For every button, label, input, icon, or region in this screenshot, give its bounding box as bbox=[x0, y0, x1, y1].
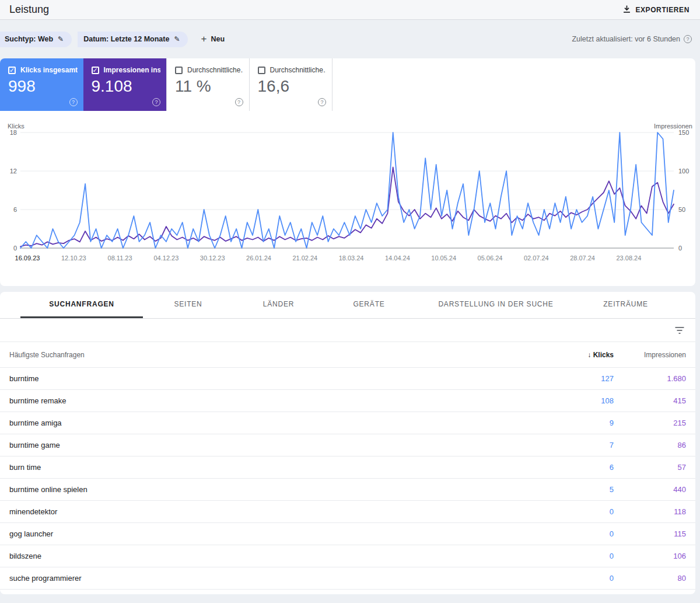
right-axis-title: Impressionen bbox=[654, 123, 692, 130]
query-cell: minendetektor bbox=[9, 507, 538, 516]
table-row[interactable]: burntime amiga9215 bbox=[0, 412, 695, 434]
query-cell: burntime bbox=[9, 374, 538, 383]
left-axis-tick: 18 bbox=[10, 129, 17, 136]
table-row[interactable]: suche programmierer080 bbox=[0, 567, 695, 590]
impressions-cell: 106 bbox=[614, 552, 686, 560]
x-axis-label: 28.07.24 bbox=[570, 255, 595, 262]
last-updated: Zuletzt aktualisiert: vor 6 Stunden ? bbox=[572, 35, 692, 43]
metric-label: Impressionen ins… bbox=[104, 66, 161, 74]
table-row[interactable]: gog launcher0115 bbox=[0, 523, 695, 545]
metric-cards: ✓Klicks insgesamt998?✓Impressionen ins…9… bbox=[0, 58, 695, 111]
tab-seiten[interactable]: SEITEN bbox=[143, 292, 233, 318]
clicks-cell: 6 bbox=[538, 463, 614, 472]
query-cell: bildszene bbox=[9, 552, 538, 560]
x-axis-label: 30.12.23 bbox=[200, 255, 225, 262]
edit-pencil-icon[interactable]: ✎ bbox=[58, 35, 64, 43]
page-title: Leistung bbox=[9, 4, 49, 16]
clicks-cell: 5 bbox=[538, 485, 614, 494]
performance-panel: ✓Klicks insgesamt998?✓Impressionen ins…9… bbox=[0, 58, 695, 286]
checked-checkbox[interactable]: ✓ bbox=[8, 67, 16, 74]
top-bar: Leistung EXPORTIEREN bbox=[0, 0, 700, 20]
table-row[interactable]: burntime online spielen5440 bbox=[0, 479, 695, 501]
impressions-cell: 80 bbox=[614, 574, 686, 583]
series-line-klicks bbox=[20, 133, 674, 248]
table-row[interactable]: bildszene0106 bbox=[0, 545, 695, 567]
x-axis-label: 12.10.23 bbox=[61, 255, 86, 262]
x-axis-label: 08.11.23 bbox=[108, 255, 132, 262]
clicks-cell: 0 bbox=[538, 529, 614, 538]
impressions-cell: 440 bbox=[614, 485, 686, 494]
table-header: Häufigste Suchanfragen ↓ Klicks Impressi… bbox=[0, 342, 695, 368]
query-cell: gog launcher bbox=[9, 529, 538, 538]
unchecked-checkbox[interactable] bbox=[258, 67, 265, 74]
chip-label: Datum: Letzte 12 Monate bbox=[83, 35, 169, 43]
left-axis-title: Klicks bbox=[8, 123, 24, 130]
last-updated-text: Zuletzt aktualisiert: vor 6 Stunden bbox=[572, 35, 680, 43]
x-axis-label: 14.04.24 bbox=[385, 255, 410, 262]
impressions-cell: 86 bbox=[614, 441, 686, 449]
x-axis-label: 21.02.24 bbox=[292, 255, 317, 262]
filter-chip-date[interactable]: Datum: Letzte 12 Monate ✎ bbox=[78, 32, 188, 47]
impressions-cell: 215 bbox=[614, 419, 686, 427]
left-axis-tick: 0 bbox=[13, 245, 17, 252]
metric-label: Durchschnittliche… bbox=[187, 66, 243, 74]
clicks-cell: 0 bbox=[538, 574, 614, 583]
query-cell: burntime remake bbox=[9, 396, 538, 405]
tab-darstellung-in-der-suche[interactable]: DARSTELLUNG IN DER SUCHE bbox=[414, 292, 578, 318]
x-axis-label: 18.03.24 bbox=[339, 255, 364, 262]
clicks-column-header[interactable]: ↓ Klicks bbox=[538, 351, 614, 359]
clicks-cell: 0 bbox=[538, 552, 614, 560]
impressions-column-header[interactable]: Impressionen bbox=[614, 351, 686, 359]
metric-value: 9.108 bbox=[92, 77, 161, 96]
impressions-cell: 1.680 bbox=[614, 374, 686, 383]
sort-arrow-icon: ↓ bbox=[587, 351, 591, 359]
x-axis-label: 26.01.24 bbox=[246, 255, 271, 262]
filter-chip-searchtype[interactable]: Suchtyp: Web ✎ bbox=[0, 32, 72, 47]
impressions-cell: 115 bbox=[614, 529, 686, 538]
clicks-cell: 0 bbox=[538, 507, 614, 516]
tab-suchanfragen[interactable]: SUCHANFRAGEN bbox=[20, 292, 143, 318]
unchecked-checkbox[interactable] bbox=[175, 67, 183, 74]
tab-ger-te[interactable]: GERÄTE bbox=[324, 292, 414, 318]
plus-icon: + bbox=[201, 33, 206, 45]
help-icon[interactable]: ? bbox=[235, 98, 243, 106]
edit-pencil-icon[interactable]: ✎ bbox=[174, 35, 180, 43]
table-row[interactable]: burn time657 bbox=[0, 456, 695, 479]
help-icon[interactable]: ? bbox=[152, 98, 160, 106]
right-axis-tick: 0 bbox=[678, 245, 682, 252]
table-row[interactable]: minendetektor0118 bbox=[0, 501, 695, 523]
table-row[interactable]: burntime1271.680 bbox=[0, 368, 695, 390]
metric-card-0[interactable]: ✓Klicks insgesamt998? bbox=[0, 58, 83, 111]
metric-value: 998 bbox=[8, 77, 78, 96]
impressions-cell: 415 bbox=[614, 396, 686, 405]
clicks-cell: 7 bbox=[538, 441, 614, 449]
metric-label: Klicks insgesamt bbox=[20, 66, 78, 74]
tab-l-nder[interactable]: LÄNDER bbox=[233, 292, 324, 318]
help-icon[interactable]: ? bbox=[318, 98, 326, 106]
new-filter-button[interactable]: + Neu bbox=[201, 33, 225, 45]
table-row[interactable]: burntime game786 bbox=[0, 434, 695, 456]
metric-card-1[interactable]: ✓Impressionen ins…9.108? bbox=[83, 58, 167, 111]
x-axis-label: 02.07.24 bbox=[524, 255, 549, 262]
chip-label: Suchtyp: Web bbox=[5, 35, 53, 43]
filter-list-icon[interactable] bbox=[674, 326, 685, 334]
right-axis-tick: 100 bbox=[678, 168, 689, 175]
metric-label: Durchschnittliche… bbox=[270, 66, 327, 74]
checked-checkbox[interactable]: ✓ bbox=[92, 67, 99, 74]
metric-card-3[interactable]: Durchschnittliche…16,6? bbox=[250, 58, 333, 111]
table-toolbar bbox=[0, 319, 695, 342]
series-line-impressionen bbox=[20, 167, 674, 246]
table-body: burntime1271.680burntime remake108415bur… bbox=[0, 368, 695, 590]
help-icon[interactable]: ? bbox=[69, 98, 78, 106]
help-icon[interactable]: ? bbox=[684, 35, 692, 43]
metric-card-2[interactable]: Durchschnittliche…11 %? bbox=[166, 58, 250, 111]
right-axis-tick: 150 bbox=[678, 129, 689, 136]
table-row[interactable]: burntime remake108415 bbox=[0, 390, 695, 412]
query-cell: burntime game bbox=[9, 441, 538, 449]
right-axis-tick: 50 bbox=[678, 206, 685, 213]
impressions-cell: 118 bbox=[614, 507, 686, 516]
tab-zeitr-ume[interactable]: ZEITRÄUME bbox=[578, 292, 674, 318]
clicks-cell: 127 bbox=[538, 374, 614, 383]
export-button[interactable]: EXPORTIEREN bbox=[623, 5, 690, 15]
clicks-cell: 108 bbox=[538, 396, 614, 405]
